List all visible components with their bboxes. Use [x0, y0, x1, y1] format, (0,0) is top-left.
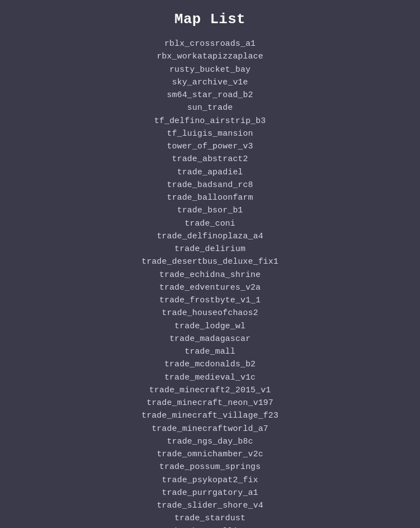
list-item: trade_badsand_rc8 [167, 179, 253, 191]
list-item: tf_luigis_mansion [167, 127, 253, 140]
list-item: sun_trade [187, 102, 233, 114]
list-item: trade_balloonfarm [167, 191, 253, 204]
list-item: trade_desertbus_deluxe_fix1 [142, 255, 278, 268]
list-item: rusty_bucket_bay [169, 63, 250, 76]
list-item: trade_slider_shore_v4 [157, 499, 263, 512]
list-item: trade_coni [185, 217, 235, 230]
list-item: trade_mall [185, 345, 235, 358]
list-item: trade_tbgsatellite_v3 [157, 525, 263, 529]
list-item: trade_psykopat2_fix [162, 474, 259, 487]
list-item: rbx_workatapizzaplace [157, 50, 263, 63]
list-item: trade_mcdonalds_b2 [164, 358, 256, 371]
list-item: trade_ngs_day_b8c [167, 435, 253, 448]
list-item: trade_medieval_v1c [164, 371, 256, 384]
list-item: tf_delfino_airstrip_b3 [154, 115, 266, 127]
list-item: trade_omnichamber_v2c [157, 448, 263, 461]
list-item: sky_archive_v1e [172, 76, 248, 89]
list-item: trade_minecraft_village_f23 [142, 409, 278, 422]
list-item: trade_lodge_wl [175, 320, 246, 333]
list-item: rblx_crossroads_a1 [164, 38, 256, 50]
list-item: trade_purrgatory_a1 [162, 487, 259, 499]
list-item: trade_madagascar [169, 333, 250, 345]
list-item: trade_delfinoplaza_a4 [157, 230, 263, 243]
list-item: trade_minecraftworld_a7 [152, 423, 268, 435]
list-item: trade_delirium [175, 243, 246, 255]
list-item: sm64_star_road_b2 [167, 89, 253, 102]
map-list: rblx_crossroads_a1rbx_workatapizzaplacer… [0, 38, 420, 528]
page-title: Map List [175, 11, 246, 28]
list-item: trade_apadiel [177, 166, 243, 179]
list-item: trade_minecraft2_2015_v1 [149, 384, 271, 397]
list-item: trade_edventures_v2a [159, 281, 261, 294]
list-item: trade_minecraft_neon_v197 [147, 397, 273, 409]
list-item: trade_echidna_shrine [159, 269, 261, 281]
list-item: trade_possum_springs [159, 461, 261, 473]
list-item: trade_bsor_b1 [177, 204, 243, 217]
list-item: tower_of_power_v3 [167, 140, 253, 153]
list-item: trade_abstract2 [172, 153, 248, 166]
list-item: trade_frostbyte_v1_1 [159, 294, 261, 307]
list-item: trade_stardust [175, 512, 246, 525]
list-item: trade_houseofchaos2 [162, 307, 259, 319]
